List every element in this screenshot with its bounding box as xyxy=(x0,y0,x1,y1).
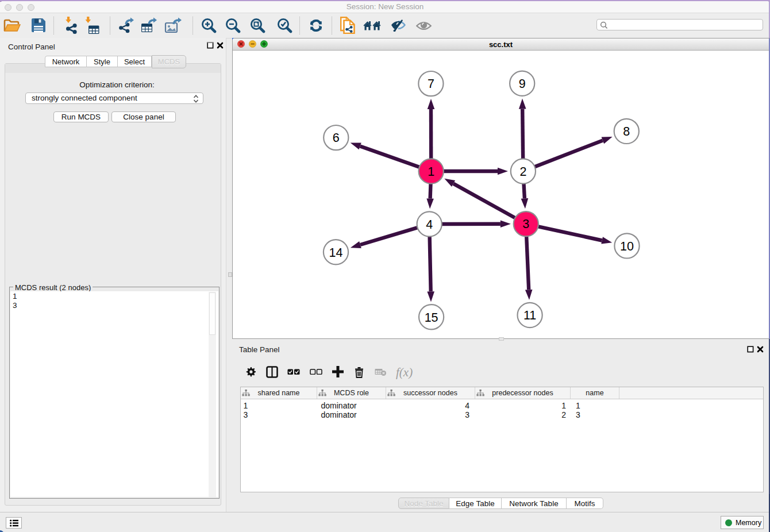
svg-text:8: 8 xyxy=(623,125,630,138)
svg-text:10: 10 xyxy=(620,240,634,253)
svg-text:7: 7 xyxy=(428,77,434,91)
svg-text:11: 11 xyxy=(523,309,536,322)
svg-text:4: 4 xyxy=(426,218,433,232)
svg-text:14: 14 xyxy=(329,246,343,260)
svg-text:2: 2 xyxy=(519,165,526,179)
svg-text:6: 6 xyxy=(333,131,340,145)
svg-text:1: 1 xyxy=(428,165,434,179)
svg-text:9: 9 xyxy=(519,77,526,91)
svg-text:3: 3 xyxy=(522,217,529,231)
svg-text:15: 15 xyxy=(425,311,438,325)
